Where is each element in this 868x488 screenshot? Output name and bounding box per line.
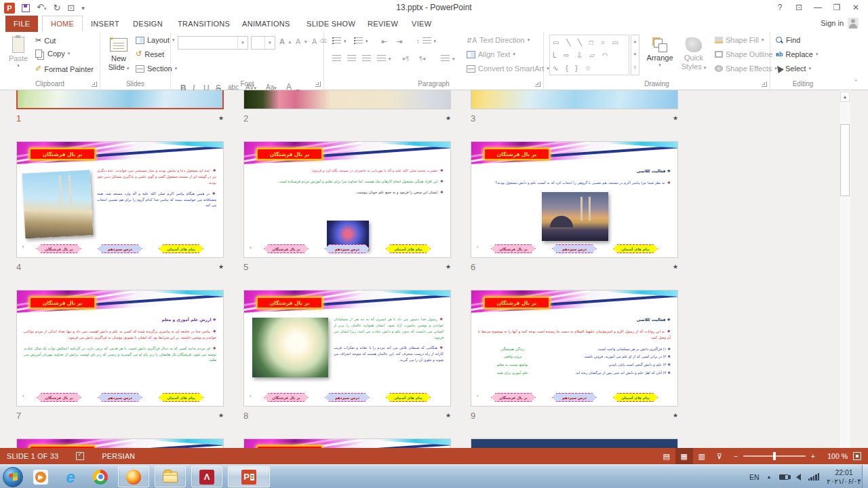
increase-indent-button[interactable]: ⇥ xyxy=(396,37,402,46)
replace-button[interactable]: abReplace▾ xyxy=(776,50,818,58)
network-signal-icon[interactable] xyxy=(808,473,820,481)
rtl-direction-button[interactable]: ¶◂ xyxy=(419,55,425,62)
justify-button[interactable]: ▾ xyxy=(377,55,391,62)
text-direction-button[interactable]: ⇵AText Direction▾ xyxy=(467,36,530,44)
tab-animations[interactable]: ANIMATIONS xyxy=(234,16,298,32)
slide-thumbnail-3[interactable] xyxy=(471,90,678,109)
grow-font-button[interactable]: A▲ xyxy=(279,37,292,45)
nav-chip-0[interactable]: بر بال فرشتگان xyxy=(491,244,536,253)
quick-styles-button[interactable]: Quick Styles ▾ xyxy=(678,34,709,79)
new-slide-button[interactable]: New Slide ▾ xyxy=(103,34,134,79)
tab-view[interactable]: VIEW xyxy=(403,16,439,32)
convert-smartart-button[interactable]: Convert to SmartArt▾ xyxy=(467,64,549,73)
nav-chip-2[interactable]: پیام های آسمان xyxy=(386,244,431,253)
font-size-combobox[interactable]: ▾ xyxy=(251,36,275,50)
speaker-icon[interactable] xyxy=(796,474,801,481)
paragraph-dialog-launcher[interactable] xyxy=(535,81,540,87)
slide-thumbnail-4[interactable]: بر بال فرشتگان❖ عده ای مشغول دعا و نیایش… xyxy=(16,141,224,258)
taskbar-firefox[interactable] xyxy=(118,466,149,487)
slide-thumbnail-7[interactable]: بر بال فرشتگان❖ ارزش علم آموزی و معلم❖ پ… xyxy=(16,290,224,407)
tab-transitions[interactable]: TRANSITIONS xyxy=(170,16,238,32)
tab-insert[interactable]: INSERT xyxy=(83,16,127,32)
nav-chip-1[interactable]: درس سیزدهم xyxy=(325,244,370,253)
paste-button[interactable]: Paste▾ xyxy=(3,34,34,79)
copy-button[interactable]: Copy▾ xyxy=(35,50,70,58)
slide-thumbnail-9[interactable]: بر بال فرشتگان❖ فعالیت کلاسی❖ به این روا… xyxy=(471,290,678,407)
tray-expand-icon[interactable]: ▲ xyxy=(767,474,772,479)
spell-check-icon[interactable] xyxy=(76,452,84,460)
minimize-button[interactable]: — xyxy=(808,0,827,15)
nav-chip-2[interactable]: پیام های آسمان xyxy=(613,244,658,253)
columns-button[interactable]: ▾ xyxy=(441,55,455,62)
shape-effects-button[interactable]: Shape Effects▾ xyxy=(715,64,777,73)
decrease-indent-button[interactable]: ⇤ xyxy=(381,37,387,46)
restore-button[interactable]: ❐ xyxy=(827,0,846,15)
nav-chip-1[interactable]: درس سیزدهم xyxy=(325,393,370,402)
help-button[interactable]: ? xyxy=(770,0,789,15)
align-right-button[interactable] xyxy=(362,55,371,62)
layout-button[interactable]: Layout▾ xyxy=(136,36,175,44)
ribbon-display-options-button[interactable]: ⊡ xyxy=(789,0,808,15)
tray-language[interactable]: EN xyxy=(749,473,760,481)
slideshow-view-button[interactable]: ⊽ xyxy=(711,448,728,464)
ltr-direction-button[interactable]: ▸¶ xyxy=(403,55,409,62)
nav-chip-1[interactable]: درس سیزدهم xyxy=(552,393,597,402)
vertical-scrollbar[interactable]: ▲ xyxy=(839,90,850,448)
taskbar-acrobat[interactable]: Λ xyxy=(191,466,222,487)
zoom-slider-thumb[interactable] xyxy=(773,452,776,460)
tab-design[interactable]: DESIGN xyxy=(125,16,171,32)
select-button[interactable]: Select▾ xyxy=(776,64,811,73)
cut-button[interactable]: ✂Cut xyxy=(35,36,56,45)
scrollbar-thumb[interactable] xyxy=(840,124,850,196)
nav-chip-0[interactable]: بر بال فرشتگان xyxy=(264,393,309,402)
zoom-slider[interactable] xyxy=(743,455,806,457)
zoom-out-button[interactable]: − xyxy=(734,452,738,460)
battery-icon[interactable] xyxy=(779,474,789,480)
tab-home[interactable]: HOME xyxy=(42,16,83,32)
slide-sorter-view-button[interactable]: ▦ xyxy=(675,448,693,464)
close-button[interactable]: ✕ xyxy=(846,0,865,15)
zoom-level[interactable]: 100 % xyxy=(821,452,848,460)
clipboard-dialog-launcher[interactable] xyxy=(92,81,97,87)
nav-chip-2[interactable]: پیام های آسمان xyxy=(159,244,203,253)
shapes-gallery[interactable]: ▭ ╲ ╲ □ ○ ▭L ⇨ ⇩ ▱ ◠∿ { } ☆ xyxy=(549,35,629,75)
tab-review[interactable]: REVIEW xyxy=(359,16,406,32)
numbering-button[interactable]: ▾ xyxy=(354,37,368,45)
zoom-in-button[interactable]: + xyxy=(811,452,815,460)
slide-thumbnail-10[interactable]: بر بال فرشتگان xyxy=(16,438,224,448)
nav-chip-0[interactable]: بر بال فرشتگان xyxy=(37,244,81,253)
shapes-gallery-scroll[interactable]: ▲▼≡ xyxy=(631,35,639,75)
collapse-ribbon-button[interactable]: ⌃ xyxy=(853,79,859,86)
find-button[interactable]: Find xyxy=(776,36,800,44)
slide-thumbnail-2[interactable] xyxy=(243,90,451,109)
align-left-button[interactable] xyxy=(332,55,341,62)
nav-chip-1[interactable]: درس سیزدهم xyxy=(98,244,142,253)
nav-chip-2[interactable]: پیام های آسمان xyxy=(159,393,203,402)
taskbar-file-explorer[interactable] xyxy=(155,466,186,487)
taskbar-internet-explorer[interactable]: e xyxy=(58,466,83,487)
nav-chip-1[interactable]: درس سیزدهم xyxy=(552,244,597,253)
nav-chip-1[interactable]: درس سیزدهم xyxy=(98,393,142,402)
slide-thumbnail-11[interactable]: بر بال فرشتگان xyxy=(243,438,451,448)
taskbar-powerpoint[interactable]: P xyxy=(228,466,270,487)
nav-chip-0[interactable]: بر بال فرشتگان xyxy=(264,244,309,253)
line-spacing-button[interactable]: ↕▾ xyxy=(416,37,436,45)
nav-chip-0[interactable]: بر بال فرشتگان xyxy=(491,393,536,402)
align-text-button[interactable]: Align Text▾ xyxy=(467,50,515,58)
align-center-button[interactable] xyxy=(347,55,356,62)
start-button[interactable] xyxy=(3,467,23,487)
tray-clock[interactable]: 22:01 ۲۰۲۱/۰۶/۰۴ xyxy=(827,468,861,486)
font-name-combobox[interactable]: ▾ xyxy=(178,36,248,50)
shape-outline-button[interactable]: Shape Outline▾ xyxy=(715,50,778,58)
nav-chip-2[interactable]: پیام های آسمان xyxy=(386,393,431,402)
shrink-font-button[interactable]: A▼ xyxy=(296,37,308,45)
drawing-dialog-launcher[interactable] xyxy=(762,81,767,87)
slide-thumbnail-1[interactable] xyxy=(16,90,224,109)
normal-view-button[interactable]: ▤ xyxy=(658,448,675,464)
nav-chip-2[interactable]: پیام های آسمان xyxy=(613,393,658,402)
fit-to-window-button[interactable] xyxy=(853,452,861,460)
shape-fill-button[interactable]: Shape Fill▾ xyxy=(715,36,764,44)
show-desktop-button[interactable] xyxy=(862,465,868,488)
taskbar-media-player[interactable] xyxy=(28,466,53,487)
font-dialog-launcher[interactable] xyxy=(315,81,321,87)
